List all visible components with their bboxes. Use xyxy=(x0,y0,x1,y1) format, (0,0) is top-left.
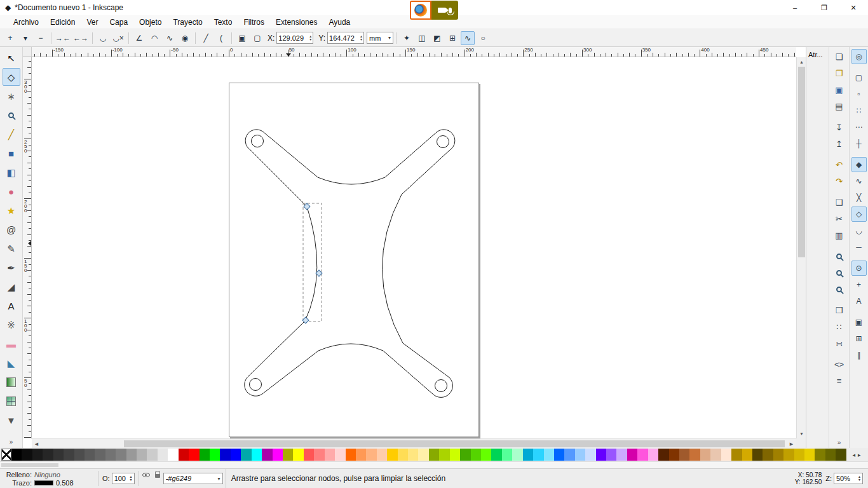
snap-bbox-centers[interactable]: ┼ xyxy=(851,136,867,151)
palette-swatch-4[interactable] xyxy=(53,449,64,461)
snap-toggle[interactable]: ◎ xyxy=(851,49,867,64)
palette-swatch-76[interactable] xyxy=(804,449,815,461)
palette-swatch-32[interactable] xyxy=(346,449,356,461)
x-spinner[interactable]: ▴▾ xyxy=(309,35,311,41)
palette-swatch-70[interactable] xyxy=(742,449,752,461)
palette-swatch-5[interactable] xyxy=(64,449,74,461)
palette-right-arrow[interactable]: ▸ xyxy=(858,452,861,458)
minimize-button[interactable]: – xyxy=(780,0,810,15)
palette-swatch-77[interactable] xyxy=(815,449,825,461)
insert-node-menu[interactable]: ▾ xyxy=(18,31,32,45)
palette-swatch-53[interactable] xyxy=(564,449,574,461)
snap-smooth-nodes[interactable]: ◡ xyxy=(851,223,867,238)
vertical-ruler[interactable]: 3 0 02 5 02 0 01 5 01 0 05 00 xyxy=(23,57,32,438)
spiral-tool[interactable]: @ xyxy=(3,220,20,238)
bracket-path[interactable] xyxy=(245,130,455,397)
redo[interactable]: ↷ xyxy=(832,173,847,189)
palette-swatch-79[interactable] xyxy=(836,449,846,461)
palette-swatch-21[interactable] xyxy=(231,449,241,461)
create-clone[interactable]: ∷ xyxy=(832,319,847,334)
snap-path-intersections[interactable]: ╳ xyxy=(851,190,867,205)
palette-swatch-74[interactable] xyxy=(783,449,794,461)
show-mask[interactable]: ◩ xyxy=(430,31,444,45)
palette-swatch-1[interactable] xyxy=(22,449,32,461)
palette-swatch-2[interactable] xyxy=(32,449,43,461)
copy[interactable]: ❑ xyxy=(832,194,847,210)
horizontal-ruler[interactable]: -150-100-50050100150200250300350400450 xyxy=(32,47,796,57)
menu-objeto[interactable]: Objeto xyxy=(133,15,167,29)
layer-selector[interactable]: -#g6249 ▾ xyxy=(163,473,223,484)
scroll-right-arrow[interactable]: ▶ xyxy=(787,439,796,449)
zoom-spinner[interactable]: ▴▾ xyxy=(858,475,860,482)
show-bezier-handles[interactable]: ∿ xyxy=(461,31,475,45)
palette-left-arrow[interactable]: ◂ xyxy=(852,452,855,458)
horizontal-scroll-thumb[interactable] xyxy=(124,440,785,447)
snap-bbox-corners[interactable]: ∷ xyxy=(851,103,867,118)
palette-swatch-41[interactable] xyxy=(439,449,449,461)
node-tool[interactable]: ◇ xyxy=(3,68,20,86)
menu-archivo[interactable]: Archivo xyxy=(8,15,44,29)
paste[interactable]: ▥ xyxy=(832,227,847,243)
palette-swatch-15[interactable] xyxy=(168,449,178,461)
palette-none-swatch[interactable] xyxy=(1,449,11,461)
duplicate[interactable]: ❒ xyxy=(832,302,847,318)
palette-swatch-3[interactable] xyxy=(43,449,53,461)
rectangle-tool[interactable]: ■ xyxy=(3,144,20,162)
snap-rotation-centers[interactable]: + xyxy=(851,277,867,292)
spray-tool[interactable]: ※ xyxy=(3,316,20,334)
palette-swatch-16[interactable] xyxy=(179,449,189,461)
zoom-to-page[interactable] xyxy=(832,281,847,297)
insert-node[interactable]: + xyxy=(3,31,17,45)
palette-swatch-36[interactable] xyxy=(387,449,397,461)
align-distribute[interactable]: ≡ xyxy=(832,373,847,388)
palette-swatch-64[interactable] xyxy=(679,449,689,461)
palette-swatch-30[interactable] xyxy=(325,449,335,461)
bracket-hole[interactable] xyxy=(435,380,447,392)
bezier-tool[interactable]: ✒ xyxy=(3,259,20,276)
palette-swatch-50[interactable] xyxy=(533,449,543,461)
text-tool[interactable]: A xyxy=(3,297,20,315)
export-document[interactable]: ↥ xyxy=(832,136,847,151)
palette-swatch-33[interactable] xyxy=(356,449,366,461)
palette-swatch-39[interactable] xyxy=(418,449,428,461)
open-document[interactable]: ❐ xyxy=(832,65,847,81)
x-coord-input[interactable]: 129.029 ▴▾ xyxy=(276,32,313,44)
delete-node[interactable]: − xyxy=(34,31,48,45)
palette-swatch-69[interactable] xyxy=(731,449,742,461)
dock-title[interactable]: Atr... xyxy=(808,51,827,58)
firefox-button[interactable] xyxy=(410,1,431,20)
snap-bbox-edge-midpoints[interactable]: ⋯ xyxy=(851,119,867,135)
mesh-tool[interactable] xyxy=(3,392,20,410)
join-with-segment[interactable]: ◡ xyxy=(96,31,110,45)
pencil-tool[interactable]: ✎ xyxy=(3,240,20,257)
palette-swatch-45[interactable] xyxy=(481,449,491,461)
palette-swatch-52[interactable] xyxy=(554,449,564,461)
palette-swatch-57[interactable] xyxy=(606,449,616,461)
drawing-svg[interactable] xyxy=(32,57,796,438)
snap-paths[interactable]: ∿ xyxy=(851,173,867,189)
scroll-down-arrow[interactable]: ▼ xyxy=(797,429,806,438)
commands-overflow-button[interactable]: » xyxy=(837,439,841,448)
palette-swatch-46[interactable] xyxy=(491,449,501,461)
join-nodes[interactable]: →← xyxy=(55,31,71,45)
menu-ver[interactable]: Ver xyxy=(81,15,104,29)
gradient-tool[interactable] xyxy=(3,373,20,391)
palette-swatch-10[interactable] xyxy=(116,449,126,461)
opacity-spinner[interactable]: ▴▾ xyxy=(130,475,132,482)
bucket-tool[interactable]: ◣ xyxy=(3,354,20,372)
palette-swatch-14[interactable] xyxy=(158,449,168,461)
palette-swatch-42[interactable] xyxy=(450,449,460,461)
palette-scroll-thumb[interactable] xyxy=(1,463,58,467)
palette-swatch-26[interactable] xyxy=(283,449,293,461)
cut[interactable]: ✂ xyxy=(832,211,847,226)
snap-object-centers[interactable]: ⊙ xyxy=(851,261,867,276)
palette-swatch-9[interactable] xyxy=(105,449,116,461)
palette-swatch-43[interactable] xyxy=(460,449,470,461)
show-clipping-path[interactable]: ◫ xyxy=(415,31,429,45)
snap-bbox[interactable]: ▢ xyxy=(851,70,867,85)
palette-swatch-35[interactable] xyxy=(377,449,387,461)
palette-swatch-51[interactable] xyxy=(544,449,554,461)
palette-swatch-71[interactable] xyxy=(752,449,763,461)
segment-to-line[interactable]: ╱ xyxy=(199,31,213,45)
import-document[interactable]: ↧ xyxy=(832,119,847,135)
